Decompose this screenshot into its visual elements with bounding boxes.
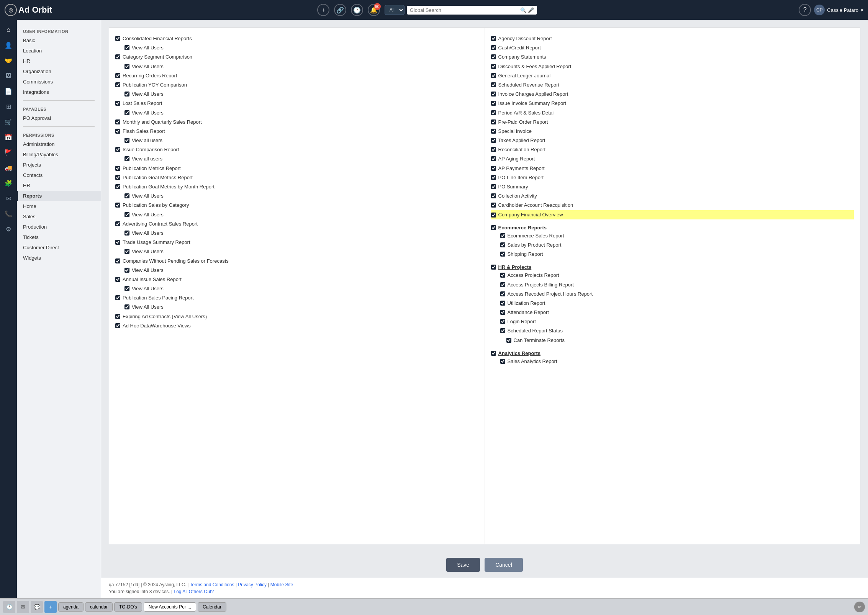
checkbox-view-all-users-6[interactable] xyxy=(124,156,129,161)
sidebar-item-administration[interactable]: Administration xyxy=(17,139,101,149)
checkbox-agency-discount[interactable] xyxy=(491,36,496,41)
checkbox-ap-payments[interactable] xyxy=(491,166,496,171)
checkbox-invoice-charges[interactable] xyxy=(491,92,496,97)
link-button[interactable]: 🔗 xyxy=(334,4,346,16)
checkbox-recurring-orders[interactable] xyxy=(115,73,120,78)
save-button[interactable]: Save xyxy=(446,558,480,572)
sidebar-item-organization[interactable]: Organization xyxy=(17,66,101,77)
checkbox-po-line-item[interactable] xyxy=(491,175,496,180)
checkbox-issue-invoice-summary[interactable] xyxy=(491,101,496,106)
search-filter-select[interactable]: All xyxy=(385,5,405,15)
checkbox-company-statements[interactable] xyxy=(491,54,496,59)
checkbox-login[interactable] xyxy=(500,319,505,324)
checkbox-expiring-ad[interactable] xyxy=(115,314,120,319)
checkbox-utilization[interactable] xyxy=(500,301,505,306)
checkbox-taxes-applied[interactable] xyxy=(491,138,496,143)
cancel-button[interactable]: Cancel xyxy=(485,558,523,572)
checkbox-period-ar[interactable] xyxy=(491,110,496,115)
taskbar-chat-icon[interactable]: 💬 xyxy=(31,601,43,613)
calendar-icon[interactable]: 📅 xyxy=(2,130,15,144)
checkbox-view-all-users-10[interactable] xyxy=(124,249,129,254)
checkbox-collection-activity[interactable] xyxy=(491,193,496,198)
checkbox-pub-goal-metrics[interactable] xyxy=(115,175,120,180)
checkbox-adhoc[interactable] xyxy=(115,323,120,328)
checkbox-ecommerce-section[interactable] xyxy=(491,225,496,230)
taskbar-calendar-2[interactable]: Calendar xyxy=(198,602,226,612)
checkbox-view-all-users-8[interactable] xyxy=(124,212,129,217)
checkbox-prepaid-order[interactable] xyxy=(491,119,496,124)
checkbox-access-projects-billing[interactable] xyxy=(500,282,505,287)
checkbox-special-invoice[interactable] xyxy=(491,129,496,134)
analytics-section-link[interactable]: Analytics Reports xyxy=(498,350,541,356)
taskbar-clock-icon[interactable]: 🕐 xyxy=(3,601,15,613)
phone-icon[interactable]: 📞 xyxy=(2,207,15,221)
checkbox-pub-goal-metrics-month[interactable] xyxy=(115,184,120,189)
sidebar-item-basic[interactable]: Basic xyxy=(17,35,101,46)
sidebar-item-billing[interactable]: Billing/Payables xyxy=(17,149,101,160)
checkbox-consolidated-financial[interactable] xyxy=(115,36,120,41)
handshake-icon[interactable]: 🤝 xyxy=(2,54,15,67)
taskbar-plus-icon[interactable]: + xyxy=(44,601,57,613)
checkbox-view-all-users-9[interactable] xyxy=(124,231,129,236)
checkbox-flash-sales[interactable] xyxy=(115,129,120,134)
checkbox-view-all-users-5[interactable] xyxy=(124,138,129,143)
mobile-link[interactable]: Mobile Site xyxy=(270,582,293,587)
user-menu[interactable]: CP Cassie Pataro ▾ xyxy=(814,5,863,15)
sidebar-item-widgets[interactable]: Widgets xyxy=(17,253,101,263)
sidebar-item-location[interactable]: Location xyxy=(17,46,101,56)
checkbox-pub-yoy[interactable] xyxy=(115,82,120,87)
search-icon[interactable]: 🔍 xyxy=(520,7,526,13)
checkbox-scheduled-status[interactable] xyxy=(500,328,505,333)
sidebar-item-contacts[interactable]: Contacts xyxy=(17,170,101,180)
flag-icon[interactable]: 🚩 xyxy=(2,146,15,159)
sidebar-item-customer-direct[interactable]: Customer Direct xyxy=(17,242,101,253)
checkbox-can-terminate[interactable] xyxy=(506,338,511,343)
puzzle-icon[interactable]: 🧩 xyxy=(2,176,15,190)
home-icon[interactable]: ⌂ xyxy=(2,23,15,37)
sidebar-item-home[interactable]: Home xyxy=(17,201,101,211)
checkbox-hr-projects-section[interactable] xyxy=(491,265,496,270)
checkbox-annual-issue-sales[interactable] xyxy=(115,277,120,282)
mic-icon[interactable]: 🎤 xyxy=(528,7,534,13)
checkbox-lost-sales[interactable] xyxy=(115,101,120,106)
checkbox-general-ledger[interactable] xyxy=(491,73,496,78)
taskbar-calendar[interactable]: calendar xyxy=(85,602,113,612)
sidebar-item-hr-perm[interactable]: HR xyxy=(17,180,101,191)
history-button[interactable]: 🕐 xyxy=(351,4,363,16)
sidebar-item-tickets[interactable]: Tickets xyxy=(17,232,101,242)
checkbox-shipping[interactable] xyxy=(500,252,505,257)
checkbox-pub-sales-pacing[interactable] xyxy=(115,295,120,300)
checkbox-ap-aging[interactable] xyxy=(491,156,496,161)
settings-icon[interactable]: ⚙ xyxy=(2,222,15,236)
checkbox-monthly-quarterly[interactable] xyxy=(115,119,120,124)
checkbox-view-all-users-13[interactable] xyxy=(124,304,129,309)
search-input[interactable] xyxy=(410,7,519,13)
checkbox-access-projects[interactable] xyxy=(500,273,505,278)
help-button[interactable]: ? xyxy=(799,4,811,16)
checkbox-category-segment[interactable] xyxy=(115,54,120,59)
log-out-others-link[interactable]: Log All Others Out? xyxy=(174,589,214,594)
checkbox-analytics-section[interactable] xyxy=(491,351,496,356)
checkbox-company-financial-overview[interactable] xyxy=(491,213,496,218)
hr-projects-section-link[interactable]: HR & Projects xyxy=(498,264,532,270)
notification-button[interactable]: 🔔 90 xyxy=(368,4,380,16)
sidebar-item-commissions[interactable]: Commissions xyxy=(17,77,101,87)
checkbox-scheduled-revenue[interactable] xyxy=(491,82,496,87)
checkbox-pub-sales-category[interactable] xyxy=(115,203,120,208)
checkbox-reconciliation[interactable] xyxy=(491,147,496,152)
checkbox-view-all-users-4[interactable] xyxy=(124,110,129,115)
taskbar-agenda[interactable]: agenda xyxy=(58,602,84,612)
checkbox-view-all-users-3[interactable] xyxy=(124,92,129,97)
taskbar-new-accounts[interactable]: New Accounts Per ... xyxy=(144,602,196,612)
truck-icon[interactable]: 🚚 xyxy=(2,161,15,175)
contacts-icon[interactable]: 👤 xyxy=(2,38,15,52)
checkbox-view-all-users-11[interactable] xyxy=(124,268,129,273)
checkbox-ad-contract-sales[interactable] xyxy=(115,221,120,226)
checkbox-sales-by-product[interactable] xyxy=(500,242,505,247)
checkbox-view-all-users-12[interactable] xyxy=(124,286,129,291)
add-button[interactable]: ＋ xyxy=(317,4,329,16)
checkbox-po-summary[interactable] xyxy=(491,184,496,189)
privacy-link[interactable]: Privacy Policy xyxy=(238,582,267,587)
taskbar-mail-icon[interactable]: ✉ xyxy=(17,601,29,613)
checkbox-cardholder[interactable] xyxy=(491,203,496,208)
